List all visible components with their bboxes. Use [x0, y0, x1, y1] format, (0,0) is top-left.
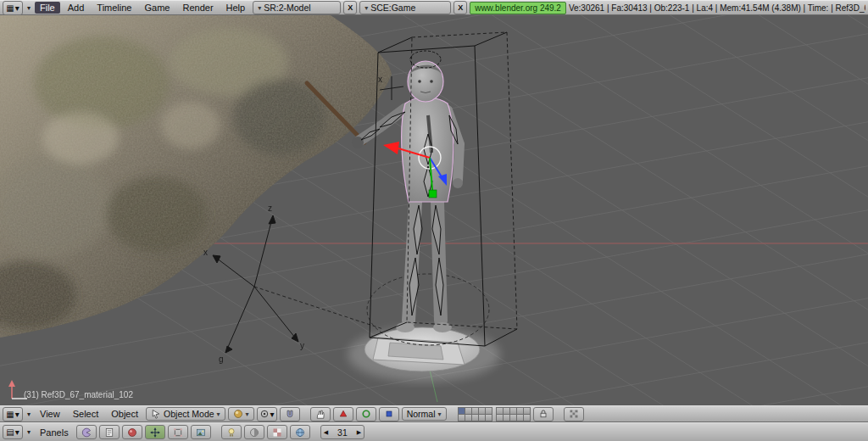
pivot-selector[interactable]: ▾ — [257, 407, 277, 421]
layer-button[interactable] — [523, 414, 531, 421]
chevron-down-icon: ▾ — [246, 410, 249, 418]
menu-file[interactable]: File — [35, 2, 60, 14]
viewport-3d[interactable]: z x y g x (31) Ref3D_67_material_102 — [0, 15, 868, 405]
left-hand — [352, 137, 364, 148]
menu-select[interactable]: Select — [68, 408, 104, 420]
rotate-icon — [361, 409, 371, 419]
scene-icon — [196, 427, 206, 438]
right-hand — [453, 178, 463, 188]
frame-number-value: 31 — [331, 427, 354, 438]
material-icon — [249, 427, 259, 438]
snap-button[interactable] — [280, 407, 300, 421]
chevron-down-icon: ▾ — [437, 410, 441, 418]
axis-label-z: z — [268, 204, 272, 213]
editing-icon — [173, 427, 183, 438]
y-axis-handle — [429, 190, 437, 198]
menu-panels[interactable]: Panels — [35, 427, 74, 438]
object-context-button[interactable] — [145, 425, 165, 439]
screen-close-button[interactable]: X — [343, 1, 357, 14]
screen-selector[interactable]: ▾ SR:2-Model — [253, 1, 341, 14]
chevron-updown-icon: ▾ — [15, 3, 19, 13]
view3d-header: ▦▾ ▾ View Select Object Object Mode ▾ ▾ … — [0, 405, 868, 422]
header-collapse-icon[interactable]: ▾ — [25, 410, 32, 418]
window-type-icon: ▦ — [6, 3, 14, 13]
eye-left — [418, 80, 421, 83]
script-context-button[interactable] — [99, 425, 120, 439]
layer-buttons-group-2[interactable] — [496, 407, 530, 421]
top-header: ▦▾ ▾ File Add Timeline Game Render Help … — [0, 0, 868, 15]
frame-increment-icon[interactable]: ▶ — [354, 429, 364, 436]
lock-icon — [538, 409, 548, 419]
version-label: www.blender.org 249.2 — [470, 2, 566, 14]
empty-axes-object[interactable] — [213, 215, 383, 353]
platform-object[interactable] — [364, 327, 480, 371]
axis-label-x2: x — [378, 75, 382, 84]
chevron-down-icon: ▾ — [270, 410, 275, 419]
editing-context-button[interactable] — [168, 425, 188, 439]
menu-view[interactable]: View — [35, 408, 65, 420]
render-preview-button[interactable] — [564, 407, 584, 421]
world-subcontext-button[interactable] — [290, 425, 310, 439]
render-buckets-icon — [569, 409, 579, 419]
blender-window: ▦▾ ▾ File Add Timeline Game Render Help … — [0, 0, 868, 441]
header-stats: Ve:30261 | Fa:30413 | Ob:223-1 | La:4 | … — [569, 3, 865, 13]
screen-selector-value: SR:2-Model — [264, 3, 310, 13]
shading-context-button[interactable] — [122, 425, 142, 439]
object-mode-icon — [151, 409, 161, 419]
shaded-sphere-icon — [233, 409, 243, 419]
magnet-icon — [285, 409, 295, 419]
layer-buttons-group-1[interactable] — [458, 407, 492, 421]
frame-number-stepper[interactable]: ◀ 31 ▶ — [320, 425, 364, 439]
axis-label-g: g — [219, 354, 224, 364]
scene-selector-value: SCE:Game — [370, 3, 415, 13]
view3d-window-icon: ▦ — [6, 410, 14, 419]
lamp-subcontext-button[interactable] — [221, 425, 242, 439]
scale-manipulator-button[interactable] — [379, 407, 399, 421]
texture-icon — [272, 427, 282, 438]
lamp-icon — [226, 427, 236, 438]
window-type-button[interactable]: ▤▾ — [3, 425, 23, 439]
window-type-button[interactable]: ▦▾ — [3, 1, 23, 15]
scene-context-button[interactable] — [191, 425, 211, 439]
orientation-selector-value: Normal — [407, 409, 436, 419]
right-foot — [433, 322, 452, 332]
menu-timeline[interactable]: Timeline — [92, 2, 136, 14]
logic-context-button[interactable] — [76, 425, 97, 439]
menu-object[interactable]: Object — [106, 408, 143, 420]
scene-selector[interactable]: ▾ SCE:Game — [359, 1, 451, 14]
rock-object[interactable] — [0, 15, 407, 346]
texture-subcontext-button[interactable] — [267, 425, 287, 439]
mode-selector-value: Object Mode — [164, 409, 214, 419]
axis-label-x: x — [203, 248, 208, 257]
buttons-window-icon: ▤ — [6, 427, 14, 437]
viewport-canvas — [0, 15, 868, 405]
header-collapse-icon[interactable]: ▾ — [25, 428, 32, 436]
object-icon — [150, 427, 160, 438]
rotate-manipulator-button[interactable] — [356, 407, 376, 421]
scene-close-button[interactable]: X — [453, 1, 467, 14]
header-collapse-icon[interactable]: ▾ — [25, 4, 32, 12]
mode-selector[interactable]: Object Mode ▾ — [146, 407, 225, 421]
orientation-selector[interactable]: Normal ▾ — [402, 407, 447, 421]
draw-type-selector[interactable]: ▾ — [228, 407, 254, 421]
shading-icon — [127, 427, 137, 438]
hand-icon — [315, 409, 326, 419]
layer-button[interactable] — [485, 414, 492, 421]
active-object-info: (31) Ref3D_67_material_102 — [24, 390, 133, 399]
frame-decrement-icon[interactable]: ◀ — [321, 429, 331, 436]
menu-render[interactable]: Render — [177, 2, 218, 14]
translate-manipulator-button[interactable] — [333, 407, 353, 421]
material-subcontext-button[interactable] — [244, 425, 264, 439]
world-icon — [295, 427, 305, 438]
axis-label-y: y — [300, 341, 304, 350]
manipulator-toggle-button[interactable] — [310, 407, 331, 421]
window-type-button[interactable]: ▦▾ — [3, 407, 23, 421]
menu-help[interactable]: Help — [221, 2, 251, 14]
chevron-down-icon: ▾ — [258, 4, 261, 12]
buttons-header: ▤▾ ▾ Panels — [0, 422, 868, 441]
menu-game[interactable]: Game — [140, 2, 175, 14]
chevron-updown-icon: ▾ — [15, 427, 19, 437]
menu-add[interactable]: Add — [63, 2, 90, 14]
scale-icon — [384, 409, 394, 419]
lock-view-button[interactable] — [533, 407, 554, 421]
